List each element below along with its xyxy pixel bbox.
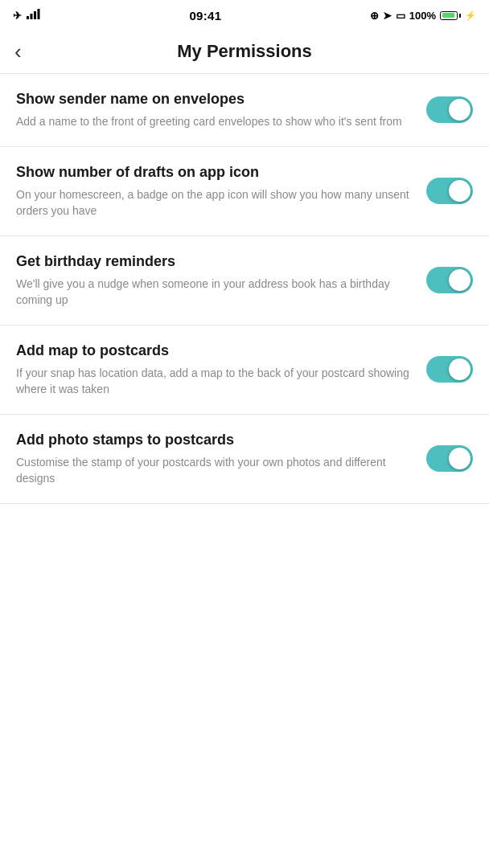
toggle-birthday-reminders[interactable]	[426, 267, 473, 293]
permission-desc-map-postcards: If your snap has location data, add a ma…	[16, 365, 410, 398]
status-bar: ✈ 09:41 ⊕ ➤ ▭ 100% ⚡	[0, 0, 489, 29]
permission-desc-photo-stamps: Customise the stamp of your postcards wi…	[16, 454, 410, 487]
page-title: My Permissions	[177, 41, 312, 62]
toggle-map-postcards[interactable]	[426, 356, 473, 383]
permission-text-sender-name: Show sender name on envelopes Add a name…	[16, 90, 426, 130]
permission-title-sender-name: Show sender name on envelopes	[16, 90, 410, 108]
svg-rect-1	[31, 14, 33, 19]
battery-percent: 100%	[409, 10, 436, 22]
status-right: ⊕ ➤ ▭ 100% ⚡	[370, 10, 476, 22]
permission-item-photo-stamps: Add photo stamps to postcards Customise …	[0, 415, 489, 504]
header: ‹ My Permissions	[0, 29, 489, 74]
svg-rect-2	[34, 11, 36, 19]
permission-title-photo-stamps: Add photo stamps to postcards	[16, 431, 410, 449]
toggle-knob-sender-name	[449, 99, 471, 121]
permission-text-drafts-badge: Show number of drafts on app icon On you…	[16, 163, 426, 219]
back-button[interactable]: ‹	[14, 41, 22, 62]
permission-desc-birthday-reminders: We'll give you a nudge when someone in y…	[16, 276, 410, 309]
toggle-drafts-badge[interactable]	[426, 178, 473, 204]
permission-text-photo-stamps: Add photo stamps to postcards Customise …	[16, 431, 426, 487]
status-left: ✈	[13, 9, 41, 22]
permission-text-birthday-reminders: Get birthday reminders We'll give you a …	[16, 252, 426, 309]
charging-icon: ⚡	[465, 10, 476, 21]
toggle-photo-stamps[interactable]	[426, 445, 473, 472]
airplane-icon: ✈	[13, 10, 22, 22]
battery-icon	[440, 11, 461, 20]
time-display: 09:41	[189, 9, 221, 23]
permission-item-drafts-badge: Show number of drafts on app icon On you…	[0, 147, 489, 236]
permission-desc-drafts-badge: On your homescreen, a badge on the app i…	[16, 186, 410, 219]
permission-title-birthday-reminders: Get birthday reminders	[16, 252, 410, 271]
toggle-knob-drafts-badge	[449, 180, 471, 202]
gps-icon: ➤	[383, 10, 392, 22]
permission-title-map-postcards: Add map to postcards	[16, 342, 410, 360]
permission-desc-sender-name: Add a name to the front of greeting card…	[16, 113, 410, 129]
svg-rect-3	[38, 9, 40, 19]
svg-rect-0	[27, 16, 29, 19]
permission-text-map-postcards: Add map to postcards If your snap has lo…	[16, 342, 426, 398]
toggle-knob-map-postcards	[449, 358, 471, 380]
permission-item-map-postcards: Add map to postcards If your snap has lo…	[0, 326, 489, 415]
toggle-knob-photo-stamps	[449, 448, 471, 469]
toggle-knob-birthday-reminders	[449, 269, 471, 291]
permission-item-sender-name: Show sender name on envelopes Add a name…	[0, 74, 489, 147]
permission-item-birthday-reminders: Get birthday reminders We'll give you a …	[0, 236, 489, 326]
signal-icon	[27, 9, 41, 22]
mirror-icon: ▭	[396, 10, 405, 22]
location-icon: ⊕	[370, 10, 379, 22]
permission-list: Show sender name on envelopes Add a name…	[0, 74, 489, 504]
toggle-sender-name[interactable]	[426, 96, 473, 123]
permission-title-drafts-badge: Show number of drafts on app icon	[16, 163, 410, 182]
